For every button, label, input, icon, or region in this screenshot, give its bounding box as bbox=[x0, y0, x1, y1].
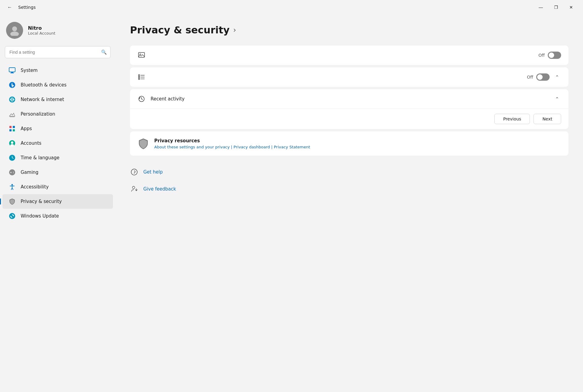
sidebar-label-accessibility: Accessibility bbox=[21, 184, 49, 190]
help-section: Get help Give feedback bbox=[130, 163, 568, 198]
svg-rect-24 bbox=[138, 75, 140, 76]
svg-point-21 bbox=[9, 213, 15, 219]
recent-activity-expand[interactable]: ⌃ bbox=[553, 95, 561, 103]
sidebar-item-accounts[interactable]: Accounts bbox=[2, 136, 113, 150]
maximize-button[interactable]: ❐ bbox=[549, 2, 563, 12]
setting-card-recent: Recent activity ⌃ Previous Next bbox=[130, 89, 568, 129]
avatar bbox=[6, 22, 23, 39]
sidebar-label-system: System bbox=[21, 68, 38, 73]
sidebar-label-gaming: Gaming bbox=[21, 170, 39, 175]
svg-rect-26 bbox=[138, 76, 140, 78]
sidebar-item-gaming[interactable]: Gaming bbox=[2, 165, 113, 180]
give-feedback-label: Give feedback bbox=[143, 186, 176, 192]
apps-icon bbox=[9, 125, 16, 132]
user-account-type: Local Account bbox=[28, 31, 55, 35]
resources-shield-icon bbox=[137, 137, 149, 150]
main-layout: Nitro Local Account 🔍 System bbox=[0, 15, 583, 392]
recent-activity-row: Recent activity ⌃ bbox=[130, 89, 568, 109]
svg-point-15 bbox=[10, 144, 14, 147]
resources-info: Privacy resources About these settings a… bbox=[154, 138, 310, 149]
svg-rect-2 bbox=[9, 68, 15, 72]
svg-rect-22 bbox=[138, 52, 145, 57]
sidebar: Nitro Local Account 🔍 System bbox=[0, 15, 115, 392]
get-help-link[interactable]: Get help bbox=[130, 165, 568, 179]
get-help-icon bbox=[130, 168, 138, 176]
toggle-button-1[interactable] bbox=[548, 52, 561, 59]
expand-button-2[interactable]: ⌃ bbox=[553, 73, 561, 81]
sidebar-label-network: Network & internet bbox=[21, 97, 64, 102]
give-feedback-icon bbox=[130, 185, 138, 193]
setting-controls-1: Off bbox=[538, 52, 561, 59]
resources-link-about[interactable]: About these settings and your privacy bbox=[154, 145, 230, 149]
svg-rect-10 bbox=[13, 126, 15, 128]
sidebar-label-time: Time & language bbox=[21, 155, 60, 161]
sidebar-item-system[interactable]: System bbox=[2, 63, 113, 78]
avatar-icon bbox=[9, 25, 20, 36]
list-setting-icon bbox=[137, 73, 146, 81]
sidebar-item-privacy[interactable]: Privacy & security bbox=[2, 194, 113, 209]
resources-title: Privacy resources bbox=[154, 138, 310, 144]
setting-row-image: Off bbox=[130, 46, 568, 65]
resources-row: Privacy resources About these settings a… bbox=[130, 131, 568, 156]
page-header: Privacy & security › bbox=[130, 24, 568, 36]
svg-rect-9 bbox=[9, 126, 12, 128]
sidebar-label-apps: Apps bbox=[21, 126, 32, 131]
system-icon bbox=[9, 67, 16, 74]
sidebar-item-update[interactable]: Windows Update bbox=[2, 209, 113, 223]
sidebar-item-personalization[interactable]: Personalization bbox=[2, 107, 113, 121]
user-info: Nitro Local Account bbox=[28, 25, 55, 35]
resources-link-statement[interactable]: Privacy Statement bbox=[274, 145, 310, 149]
network-icon bbox=[9, 96, 16, 103]
search-box: 🔍 bbox=[5, 46, 111, 58]
sidebar-nav: System Bluetooth & devices bbox=[0, 63, 115, 223]
sidebar-item-bluetooth[interactable]: Bluetooth & devices bbox=[2, 78, 113, 92]
resources-card: Privacy resources About these settings a… bbox=[130, 131, 568, 156]
resources-links: About these settings and your privacy | … bbox=[154, 145, 310, 149]
sidebar-item-network[interactable]: Network & internet bbox=[2, 92, 113, 107]
setting-controls-2: Off ⌃ bbox=[527, 73, 561, 81]
user-name: Nitro bbox=[28, 25, 55, 31]
image-setting-icon bbox=[137, 51, 146, 59]
get-help-label: Get help bbox=[143, 169, 163, 175]
toggle-state-1: Off bbox=[538, 53, 545, 58]
user-profile: Nitro Local Account bbox=[0, 17, 115, 46]
setting-card-1: Off bbox=[130, 46, 568, 65]
toggle-button-2[interactable] bbox=[536, 73, 550, 81]
window-title: Settings bbox=[18, 5, 36, 10]
back-button[interactable]: ← bbox=[5, 2, 15, 12]
next-button[interactable]: Next bbox=[534, 114, 561, 124]
content-area: Privacy & security › Off bbox=[115, 15, 583, 392]
sidebar-label-accounts: Accounts bbox=[21, 140, 41, 146]
sidebar-label-update: Windows Update bbox=[21, 213, 59, 219]
pagination-row: Previous Next bbox=[130, 109, 568, 129]
toggle-state-2: Off bbox=[527, 75, 533, 79]
svg-rect-12 bbox=[13, 129, 15, 131]
svg-point-23 bbox=[140, 54, 141, 55]
recent-activity-icon bbox=[137, 95, 146, 103]
sidebar-item-time[interactable]: Time & language bbox=[2, 150, 113, 165]
previous-button[interactable]: Previous bbox=[494, 114, 530, 124]
svg-point-1 bbox=[10, 32, 19, 36]
resources-link-dashboard[interactable]: Privacy dashboard bbox=[234, 145, 270, 149]
sidebar-item-apps[interactable]: Apps bbox=[2, 121, 113, 136]
setting-row-list: Off ⌃ bbox=[130, 67, 568, 87]
svg-rect-3 bbox=[11, 72, 13, 73]
time-icon bbox=[9, 154, 16, 161]
minimize-button[interactable]: — bbox=[534, 2, 548, 12]
setting-card-2: Off ⌃ bbox=[130, 67, 568, 87]
close-button[interactable]: ✕ bbox=[564, 2, 578, 12]
svg-point-18 bbox=[13, 172, 14, 172]
privacy-icon bbox=[9, 198, 16, 205]
update-icon bbox=[9, 212, 16, 220]
svg-point-14 bbox=[11, 141, 13, 144]
personalization-icon bbox=[9, 110, 16, 118]
search-input[interactable] bbox=[5, 46, 111, 58]
sidebar-item-accessibility[interactable]: Accessibility bbox=[2, 180, 113, 194]
window-controls: — ❐ ✕ bbox=[534, 2, 578, 12]
sidebar-label-personalization: Personalization bbox=[21, 111, 55, 117]
sidebar-label-bluetooth: Bluetooth & devices bbox=[21, 82, 66, 88]
give-feedback-link[interactable]: Give feedback bbox=[130, 182, 568, 196]
sidebar-label-privacy: Privacy & security bbox=[21, 199, 62, 204]
accounts-icon bbox=[9, 140, 16, 147]
page-title: Privacy & security bbox=[130, 24, 230, 36]
